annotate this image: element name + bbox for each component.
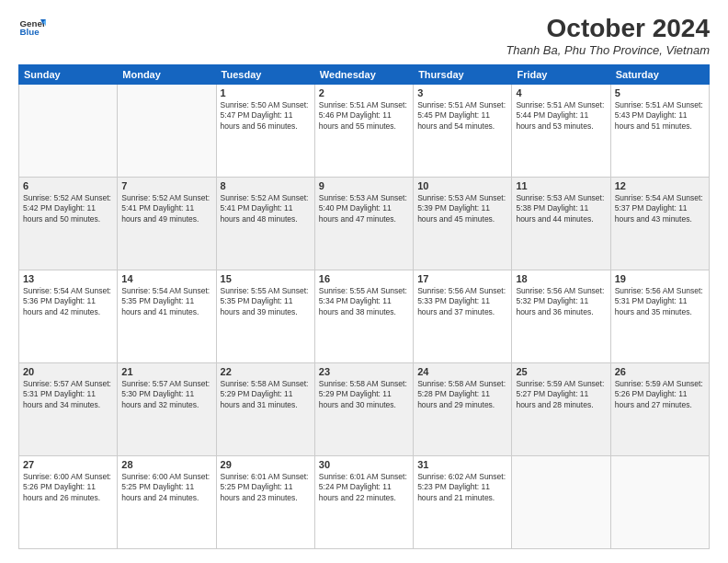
day-info: Sunrise: 5:58 AM Sunset: 5:29 PM Dayligh… — [319, 379, 409, 410]
calendar-cell: 30Sunrise: 6:01 AM Sunset: 5:24 PM Dayli… — [314, 456, 413, 549]
day-info: Sunrise: 6:01 AM Sunset: 5:25 PM Dayligh… — [221, 472, 311, 503]
day-info: Sunrise: 5:58 AM Sunset: 5:29 PM Dayligh… — [221, 379, 311, 410]
day-number: 19 — [615, 273, 705, 284]
day-info: Sunrise: 5:50 AM Sunset: 5:47 PM Dayligh… — [221, 100, 311, 132]
calendar-cell: 15Sunrise: 5:55 AM Sunset: 5:35 PM Dayli… — [216, 270, 314, 363]
col-thursday: Thursday — [414, 65, 512, 85]
month-title: October 2024 — [506, 14, 710, 43]
title-block: October 2024 Thanh Ba, Phu Tho Province,… — [506, 14, 710, 57]
day-info: Sunrise: 5:57 AM Sunset: 5:30 PM Dayligh… — [121, 379, 211, 410]
col-monday: Monday — [118, 65, 216, 85]
calendar-cell — [512, 456, 610, 549]
day-info: Sunrise: 5:59 AM Sunset: 5:26 PM Dayligh… — [615, 379, 705, 410]
col-wednesday: Wednesday — [314, 65, 413, 85]
day-number: 18 — [516, 273, 606, 284]
day-number: 30 — [319, 459, 409, 470]
calendar-cell: 27Sunrise: 6:00 AM Sunset: 5:26 PM Dayli… — [19, 456, 118, 549]
day-number: 6 — [23, 180, 113, 191]
day-number: 13 — [23, 273, 113, 284]
day-number: 11 — [516, 180, 606, 191]
day-number: 26 — [615, 366, 705, 377]
calendar-cell: 7Sunrise: 5:52 AM Sunset: 5:41 PM Daylig… — [118, 178, 216, 270]
day-number: 14 — [121, 273, 211, 284]
day-number: 5 — [615, 87, 705, 98]
calendar-cell: 2Sunrise: 5:51 AM Sunset: 5:46 PM Daylig… — [314, 85, 413, 178]
day-info: Sunrise: 5:51 AM Sunset: 5:45 PM Dayligh… — [417, 100, 507, 132]
calendar-cell: 18Sunrise: 5:56 AM Sunset: 5:32 PM Dayli… — [512, 270, 610, 363]
day-info: Sunrise: 5:54 AM Sunset: 5:37 PM Dayligh… — [615, 193, 705, 224]
day-info: Sunrise: 6:01 AM Sunset: 5:24 PM Dayligh… — [319, 472, 409, 503]
col-tuesday: Tuesday — [216, 65, 314, 85]
calendar-cell: 25Sunrise: 5:59 AM Sunset: 5:27 PM Dayli… — [512, 363, 610, 456]
calendar-week-1: 1Sunrise: 5:50 AM Sunset: 5:47 PM Daylig… — [19, 85, 710, 178]
calendar-cell: 17Sunrise: 5:56 AM Sunset: 5:33 PM Dayli… — [414, 270, 512, 363]
day-number: 10 — [417, 180, 507, 191]
calendar-cell: 6Sunrise: 5:52 AM Sunset: 5:42 PM Daylig… — [19, 178, 118, 270]
calendar-cell: 14Sunrise: 5:54 AM Sunset: 5:35 PM Dayli… — [118, 270, 216, 363]
day-number: 8 — [221, 180, 311, 191]
day-number: 17 — [417, 273, 507, 284]
day-number: 15 — [221, 273, 311, 284]
day-info: Sunrise: 5:53 AM Sunset: 5:38 PM Dayligh… — [516, 193, 606, 224]
day-info: Sunrise: 6:02 AM Sunset: 5:23 PM Dayligh… — [417, 472, 507, 503]
day-info: Sunrise: 5:56 AM Sunset: 5:33 PM Dayligh… — [417, 286, 507, 317]
day-number: 16 — [319, 273, 409, 284]
day-number: 21 — [121, 366, 211, 377]
day-number: 3 — [417, 87, 507, 98]
day-info: Sunrise: 5:54 AM Sunset: 5:36 PM Dayligh… — [23, 286, 113, 317]
subtitle: Thanh Ba, Phu Tho Province, Vietnam — [506, 43, 710, 57]
col-sunday: Sunday — [19, 65, 118, 85]
calendar-cell: 11Sunrise: 5:53 AM Sunset: 5:38 PM Dayli… — [512, 178, 610, 270]
day-info: Sunrise: 5:52 AM Sunset: 5:41 PM Dayligh… — [121, 193, 211, 224]
day-info: Sunrise: 5:55 AM Sunset: 5:35 PM Dayligh… — [221, 286, 311, 317]
day-info: Sunrise: 5:54 AM Sunset: 5:35 PM Dayligh… — [121, 286, 211, 317]
day-info: Sunrise: 6:00 AM Sunset: 5:26 PM Dayligh… — [23, 472, 113, 503]
day-number: 1 — [221, 87, 311, 98]
day-number: 29 — [221, 459, 311, 470]
col-friday: Friday — [512, 65, 610, 85]
logo: General Blue — [18, 14, 46, 41]
day-number: 9 — [319, 180, 409, 191]
day-info: Sunrise: 5:55 AM Sunset: 5:34 PM Dayligh… — [319, 286, 409, 317]
calendar-cell — [118, 85, 216, 178]
calendar-cell — [19, 85, 118, 178]
calendar-cell: 28Sunrise: 6:00 AM Sunset: 5:25 PM Dayli… — [118, 456, 216, 549]
day-info: Sunrise: 5:56 AM Sunset: 5:31 PM Dayligh… — [615, 286, 705, 317]
calendar-table: Sunday Monday Tuesday Wednesday Thursday… — [18, 64, 710, 549]
calendar-cell: 16Sunrise: 5:55 AM Sunset: 5:34 PM Dayli… — [314, 270, 413, 363]
day-info: Sunrise: 5:58 AM Sunset: 5:28 PM Dayligh… — [417, 379, 507, 410]
calendar-cell: 19Sunrise: 5:56 AM Sunset: 5:31 PM Dayli… — [610, 270, 709, 363]
header-row: Sunday Monday Tuesday Wednesday Thursday… — [19, 65, 710, 85]
day-number: 7 — [121, 180, 211, 191]
calendar-cell: 1Sunrise: 5:50 AM Sunset: 5:47 PM Daylig… — [216, 85, 314, 178]
day-info: Sunrise: 5:59 AM Sunset: 5:27 PM Dayligh… — [516, 379, 606, 410]
day-number: 20 — [23, 366, 113, 377]
day-info: Sunrise: 5:52 AM Sunset: 5:42 PM Dayligh… — [23, 193, 113, 224]
calendar-cell: 5Sunrise: 5:51 AM Sunset: 5:43 PM Daylig… — [610, 85, 709, 178]
day-number: 4 — [516, 87, 606, 98]
col-saturday: Saturday — [610, 65, 709, 85]
calendar-cell: 24Sunrise: 5:58 AM Sunset: 5:28 PM Dayli… — [414, 363, 512, 456]
day-info: Sunrise: 6:00 AM Sunset: 5:25 PM Dayligh… — [121, 472, 211, 503]
calendar-week-5: 27Sunrise: 6:00 AM Sunset: 5:26 PM Dayli… — [19, 456, 710, 549]
calendar-cell: 26Sunrise: 5:59 AM Sunset: 5:26 PM Dayli… — [610, 363, 709, 456]
day-number: 25 — [516, 366, 606, 377]
day-info: Sunrise: 5:51 AM Sunset: 5:44 PM Dayligh… — [516, 100, 606, 132]
day-info: Sunrise: 5:52 AM Sunset: 5:41 PM Dayligh… — [221, 193, 311, 224]
header: General Blue October 2024 Thanh Ba, Phu … — [18, 14, 710, 57]
calendar-cell: 22Sunrise: 5:58 AM Sunset: 5:29 PM Dayli… — [216, 363, 314, 456]
calendar-cell: 10Sunrise: 5:53 AM Sunset: 5:39 PM Dayli… — [414, 178, 512, 270]
day-number: 12 — [615, 180, 705, 191]
day-number: 27 — [23, 459, 113, 470]
calendar-cell: 31Sunrise: 6:02 AM Sunset: 5:23 PM Dayli… — [414, 456, 512, 549]
calendar-cell: 12Sunrise: 5:54 AM Sunset: 5:37 PM Dayli… — [610, 178, 709, 270]
calendar-week-4: 20Sunrise: 5:57 AM Sunset: 5:31 PM Dayli… — [19, 363, 710, 456]
calendar-cell: 29Sunrise: 6:01 AM Sunset: 5:25 PM Dayli… — [216, 456, 314, 549]
calendar-cell — [610, 456, 709, 549]
day-number: 22 — [221, 366, 311, 377]
day-info: Sunrise: 5:53 AM Sunset: 5:40 PM Dayligh… — [319, 193, 409, 224]
logo-icon: General Blue — [18, 14, 46, 41]
day-number: 24 — [417, 366, 507, 377]
day-number: 31 — [417, 459, 507, 470]
day-info: Sunrise: 5:51 AM Sunset: 5:43 PM Dayligh… — [615, 100, 705, 132]
